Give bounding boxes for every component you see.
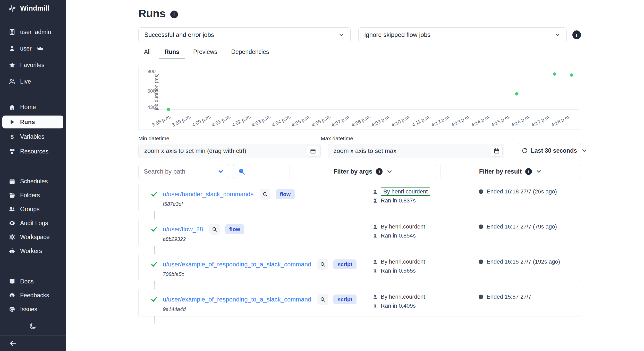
sidebar-item-runs[interactable]: Runs (2, 116, 63, 128)
sidebar-item-docs[interactable]: Docs (0, 274, 66, 288)
app-logo[interactable]: Windmill (0, 0, 66, 17)
zoom-out-search-icon (238, 168, 245, 175)
sidebar-item-variables[interactable]: $Variables (0, 129, 66, 144)
sidebar-item-user-admin[interactable]: user_admin (0, 24, 66, 40)
refresh-button[interactable]: Last 30 seconds (517, 143, 581, 158)
tab-previews[interactable]: Previews (188, 46, 223, 59)
sidebar-item-user[interactable]: user (0, 40, 66, 57)
sidebar-item-workers[interactable]: Workers (0, 244, 66, 258)
sidebar-item-label: Variables (20, 133, 44, 140)
arrow-left-icon (9, 339, 17, 347)
run-path-link[interactable]: u/user/handler_slack_commands (163, 191, 253, 198)
min-datetime-label: Min datetime (138, 135, 321, 142)
max-datetime-label: Max datetime (321, 135, 504, 142)
main-content: Runs i Successful and error jobs Ignore … (138, 0, 581, 324)
filter-by-result-label: Filter by result (479, 168, 522, 175)
run-hash: 9e144a4d (163, 306, 186, 312)
run-ended-label: Ended 16:18 27/7 (26s ago) (487, 188, 557, 195)
sidebar-item-resources[interactable]: Resources (0, 144, 66, 159)
tab-runs[interactable]: Runs (159, 46, 185, 59)
job-status-select[interactable]: Successful and error jobs (138, 27, 351, 42)
run-details-button[interactable] (317, 259, 328, 270)
tab-all[interactable]: All (138, 46, 156, 59)
sidebar-item-label: user (20, 45, 32, 52)
collapse-sidebar-button[interactable] (9, 339, 17, 347)
user-icon (372, 224, 378, 230)
app-title: Windmill (20, 4, 49, 12)
duration-chart[interactable]: job duration (ms) 900600430 3:58 p.m.3:5… (138, 66, 581, 130)
book-icon (9, 278, 15, 285)
sidebar-group-0: user_adminuserFavoritesLive (0, 24, 66, 90)
chevron-down-icon (581, 147, 588, 154)
search-by-path-placeholder: Search by path (144, 168, 185, 175)
folder-icon (9, 192, 15, 199)
chart-data-point[interactable] (515, 92, 518, 96)
filter-by-result-button[interactable]: Filter by result i (440, 164, 581, 179)
sidebar-item-issues[interactable]: Issues (0, 302, 66, 316)
run-author-label: By henri.courdent (381, 187, 430, 196)
success-check-icon (150, 261, 158, 268)
run-row[interactable]: u/user/example_of_responding_to_a_slack_… (138, 254, 581, 281)
chart-ytick: 600 (147, 88, 156, 94)
run-path-link[interactable]: u/user/example_of_responding_to_a_slack_… (163, 296, 311, 303)
sidebar-item-folders[interactable]: Folders (0, 188, 66, 202)
sidebar-item-favorites[interactable]: Favorites (0, 57, 66, 73)
skipped-jobs-select[interactable]: Ignore skipped flow jobs (358, 27, 567, 42)
max-datetime-calendar-button[interactable] (491, 145, 503, 157)
run-path-link[interactable]: u/user/example_of_responding_to_a_slack_… (163, 261, 311, 268)
run-author: By henri.courdent (372, 293, 425, 300)
clock-icon (478, 189, 484, 194)
chart-plot[interactable] (159, 71, 579, 110)
run-ended-label: Ended 16:15 27/7 (192s ago) (487, 258, 560, 265)
sidebar-item-live[interactable]: Live (0, 73, 66, 90)
job-kind-badge: script (333, 295, 356, 304)
chart-data-point[interactable] (570, 73, 573, 77)
search-button[interactable] (233, 164, 250, 179)
magnifier-icon (212, 226, 217, 232)
chart-xtick-label: 4:04 p.m. (271, 114, 292, 128)
sidebar-item-label: Live (20, 78, 31, 85)
max-datetime-input[interactable] (328, 144, 504, 158)
run-details-button[interactable] (260, 189, 270, 200)
sidebar-item-feedbacks[interactable]: Feedbacks (0, 288, 66, 302)
run-meta: By henri.courdentRan in 0,409s (372, 293, 425, 309)
run-duration: Ran in 0,837s (372, 197, 430, 204)
sidebar-item-audit-logs[interactable]: Audit Logs (0, 216, 66, 230)
filter-by-args-button[interactable]: Filter by args i (290, 164, 437, 179)
sidebar-item-groups[interactable]: Groups (0, 202, 66, 216)
min-datetime-input[interactable] (138, 144, 321, 158)
run-details-button[interactable] (317, 294, 328, 305)
run-author: By henri.courdent (372, 258, 425, 265)
runs-list: u/user/handler_slack_commandsflowf587e3e… (138, 184, 581, 324)
run-ended-label: Ended 15:57 27/7 (487, 293, 531, 300)
moon-icon (29, 322, 37, 330)
sidebar-item-home[interactable]: Home (0, 100, 66, 115)
time-range-label: Last 30 seconds (531, 147, 577, 154)
user-icon (372, 189, 378, 194)
skipped-jobs-select-value: Ignore skipped flow jobs (364, 31, 430, 38)
calendar-icon (494, 148, 500, 154)
cubes-icon (9, 148, 15, 155)
chevron-down-icon (386, 168, 393, 175)
run-row[interactable]: u/user/example_of_responding_to_a_slack_… (138, 289, 581, 316)
search-by-path-select[interactable]: Search by path (138, 164, 229, 179)
run-path-link[interactable]: u/user/flow_28 (163, 226, 203, 233)
time-range-dropdown[interactable] (581, 143, 588, 158)
gear-icon (9, 234, 15, 240)
min-datetime-calendar-button[interactable] (307, 145, 319, 157)
sidebar-item-workspace[interactable]: Workspace (0, 230, 66, 244)
sidebar-item-label: Feedbacks (20, 292, 49, 299)
eye-icon (9, 220, 15, 226)
run-author: By henri.courdent (372, 188, 430, 195)
chart-data-point[interactable] (167, 108, 170, 111)
chart-data-point[interactable] (553, 72, 556, 76)
dark-mode-toggle[interactable] (28, 321, 38, 331)
tab-dependencies[interactable]: Dependencies (225, 46, 275, 59)
run-row[interactable]: u/user/handler_slack_commandsflowf587e3e… (138, 184, 581, 211)
runs-info-icon[interactable]: i (170, 11, 178, 18)
sidebar-item-schedules[interactable]: Schedules (0, 174, 66, 188)
run-row[interactable]: u/user/flow_28flowa8b29322By henri.courd… (138, 219, 581, 246)
run-details-button[interactable] (209, 224, 220, 235)
skipped-info-icon[interactable]: i (572, 30, 581, 39)
chart-xtick-label: 4:10 p.m. (391, 114, 411, 128)
